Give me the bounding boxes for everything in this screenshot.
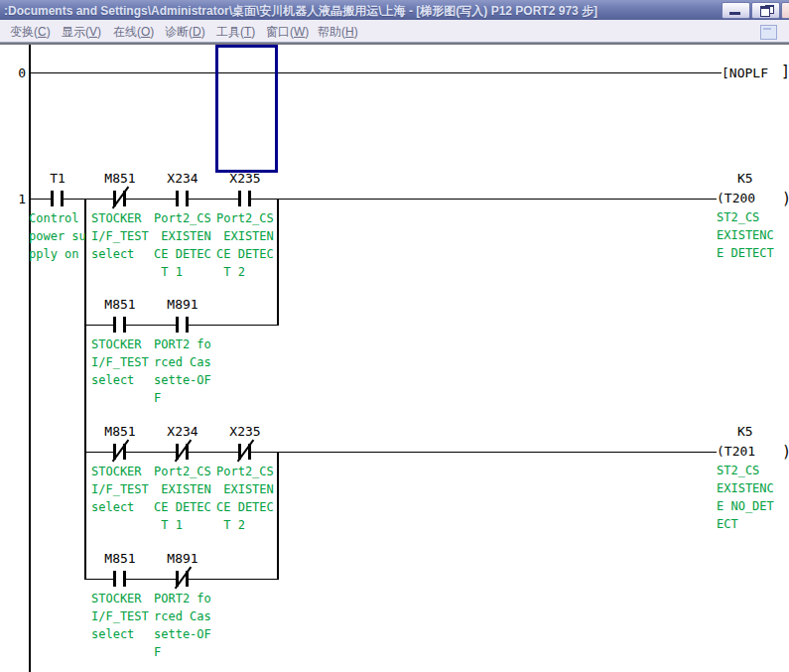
device-comment: Port2_CS EXISTEN CE DETEC T 1 xyxy=(154,209,211,281)
device-comment: STOCKER I/F_TEST select xyxy=(91,463,149,516)
clipped-paren-row3: ) xyxy=(782,443,789,463)
device-label: M891 xyxy=(152,297,213,312)
device-comment: STOCKER I/F_TEST select xyxy=(91,209,149,263)
menu-item-window[interactable]: 窗口(W) xyxy=(266,24,309,41)
close-button[interactable] xyxy=(781,2,789,19)
window-title: :Documents and Settings\Administrator\桌面… xyxy=(4,3,597,20)
restore-button[interactable] xyxy=(751,2,780,19)
instruction-noplf[interactable]: [NOPLF xyxy=(722,66,768,80)
device-comment: STOCKER I/F_TEST select xyxy=(91,590,149,643)
device-comment: Port2_CS EXISTEN CE DETEC T 2 xyxy=(216,209,274,281)
no-contact-icon xyxy=(176,191,189,206)
coil-comment: ST2_CS EXISTENC E DETECT xyxy=(717,208,774,262)
restore-icon xyxy=(760,6,770,17)
menu-item-tools[interactable]: 工具(T) xyxy=(216,24,255,41)
ladder-top-separator xyxy=(0,43,789,45)
device-label: M851 xyxy=(89,424,151,439)
device-comment: Control power su pply on xyxy=(29,209,86,263)
device-label: M851 xyxy=(89,297,151,312)
timer-constant: K5 xyxy=(737,171,753,186)
no-contact-icon xyxy=(238,191,251,206)
device-comment: PORT2 fo rced Cas sette-OF F xyxy=(154,590,211,661)
device-label: X235 xyxy=(214,424,276,439)
device-comment: STOCKER I/F_TEST select xyxy=(91,336,149,389)
menu-item-online[interactable]: 在线(O) xyxy=(113,24,154,41)
no-contact-icon xyxy=(176,317,189,333)
menu-bar: 变换(C) 显示(V) 在线(O) 诊断(D) 工具(T) 窗口(W) 帮助(H… xyxy=(0,20,789,43)
device-label: T1 xyxy=(27,171,88,186)
coil-device: (T200 xyxy=(717,191,755,205)
device-comment: Port2_CS EXISTEN CE DETEC T 1 xyxy=(154,463,211,534)
clipped-bracket-rung0: ] xyxy=(781,63,789,82)
rung-number-1: 1 xyxy=(4,192,26,206)
device-label: X234 xyxy=(152,424,213,439)
device-label: M891 xyxy=(152,551,213,566)
timer-constant: K5 xyxy=(737,424,753,439)
rung-number-0: 0 xyxy=(4,66,26,80)
device-label: X235 xyxy=(214,171,276,186)
coil-comment: ST2_CS EXISTENC E NO_DET ECT xyxy=(717,462,774,533)
left-power-rail xyxy=(29,45,31,672)
device-label: X234 xyxy=(152,171,213,186)
ladder-editor[interactable]: 0 1 [NOPLF ] T1 Control power su pply on… xyxy=(0,43,789,672)
menu-item-diagnostics[interactable]: 诊断(D) xyxy=(165,24,205,41)
wire-rung1-row1 xyxy=(31,199,717,200)
no-contact-icon xyxy=(51,191,64,206)
device-label: M851 xyxy=(89,171,151,186)
menu-item-convert[interactable]: 变换(C) xyxy=(10,24,51,41)
wire-rung0 xyxy=(31,72,722,73)
coil-device: (T201 xyxy=(717,444,755,459)
device-label: M851 xyxy=(89,551,151,566)
device-comment: PORT2 fo rced Cas sette-OF F xyxy=(154,336,211,407)
clipped-paren-row1: ) xyxy=(782,190,789,209)
no-contact-icon xyxy=(113,571,126,587)
selection-cursor[interactable] xyxy=(215,45,278,173)
mdi-child-button[interactable] xyxy=(760,25,777,40)
wire-merge-vertical-2 xyxy=(277,452,279,580)
wire-merge-vertical-1 xyxy=(277,199,279,326)
menu-item-help[interactable]: 帮助(H) xyxy=(318,24,358,41)
title-bar: :Documents and Settings\Administrator\桌面… xyxy=(0,0,789,20)
device-comment: Port2_CS EXISTEN CE DETEC T 2 xyxy=(216,463,274,534)
mdi-child-icon xyxy=(763,28,771,30)
minimize-icon xyxy=(729,12,740,15)
no-contact-icon xyxy=(113,317,126,333)
menu-item-display[interactable]: 显示(V) xyxy=(62,24,101,41)
minimize-button[interactable] xyxy=(722,2,750,19)
